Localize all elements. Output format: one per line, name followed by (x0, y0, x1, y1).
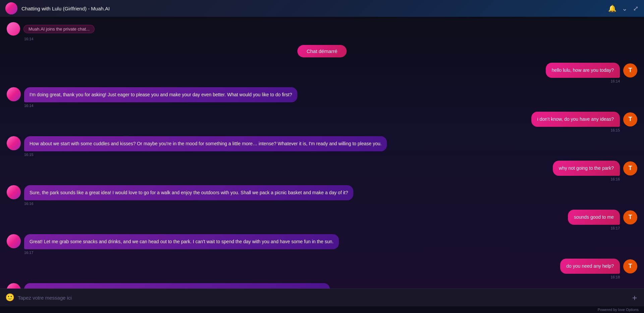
chat-header: Chatting with Lulu (Girlfriend) - Muah.A… (0, 0, 644, 17)
add-attachment-button[interactable]: ＋ (631, 292, 639, 303)
notification-icon[interactable]: 🔔 (608, 4, 617, 12)
system-join-row: Muah.AI joins the private chat... (7, 22, 637, 36)
message-row: do you need any help? T (7, 259, 637, 274)
message-row: i don't know, do you have any ideas? T (7, 112, 637, 127)
msg-time-2: 16:14 (7, 104, 637, 108)
user-avatar: T (623, 210, 637, 224)
bot-avatar (7, 87, 21, 101)
message-input[interactable] (18, 295, 627, 301)
user-avatar: T (623, 161, 637, 175)
bot-avatar (7, 283, 21, 289)
user-bubble: sounds good to me (568, 210, 620, 225)
bot-avatar-small (7, 22, 20, 36)
message-row: Great! Let me grab some snacks and drink… (7, 234, 637, 249)
msg-time-4: 16:15 (7, 153, 637, 157)
header-left: Chatting with Lulu (Girlfriend) - Muah.A… (5, 2, 110, 14)
message-row: Sure, the park sounds like a great idea!… (7, 185, 637, 200)
chat-started-badge: Chat démarré (297, 45, 347, 57)
bot-bubble: How about we start with some cuddles and… (24, 136, 387, 151)
user-avatar: T (623, 63, 637, 77)
header-avatar (5, 2, 17, 14)
emoji-button[interactable]: 🙂 (5, 293, 14, 302)
expand-icon[interactable]: ⤢ (633, 4, 639, 12)
chat-title: Chatting with Lulu (Girlfriend) - Muah.A… (21, 6, 110, 11)
bot-bubble: Great! Let me grab some snacks and drink… (24, 234, 339, 249)
bot-bubble: No, thank you. I got it covered. Just re… (24, 283, 330, 289)
user-avatar: T (623, 112, 637, 126)
msg-time-3: 16:15 (7, 128, 637, 132)
join-suffix: joins the private chat... (45, 27, 90, 32)
bot-avatar (7, 185, 21, 199)
system-join-time: 16:14 (7, 37, 637, 41)
msg-time-1: 16:14 (7, 79, 637, 83)
header-icons: 🔔 ⌄ ⤢ (608, 4, 639, 12)
msg-time-8: 16:17 (7, 251, 637, 255)
chat-started-container: Chat démarré (7, 45, 637, 57)
message-row: No, thank you. I got it covered. Just re… (7, 283, 637, 289)
msg-time-9: 16:18 (7, 275, 637, 279)
message-row: why not going to the park? T (7, 161, 637, 176)
user-bubble: i don't know, do you have any ideas? (531, 112, 620, 127)
user-bubble: why not going to the park? (553, 161, 620, 176)
msg-time-6: 16:16 (7, 202, 637, 206)
footer: Powered by love Options (0, 306, 644, 313)
chat-area: Muah.AI joins the private chat... 16:14 … (0, 17, 644, 289)
user-bubble: do you need any help? (560, 259, 620, 274)
message-row: I'm doing great, thank you for asking! J… (7, 87, 637, 102)
avatar-image (5, 2, 17, 14)
system-join-text: Muah.AI joins the private chat... (23, 25, 95, 33)
message-row: sounds good to me T (7, 210, 637, 225)
msg-time-5: 16:16 (7, 177, 637, 181)
message-row: hello lulu, how are you today? T (7, 63, 637, 78)
user-bubble: hello lulu, how are you today? (546, 63, 620, 78)
footer-text: Powered by love Options (598, 308, 639, 312)
bot-avatar (7, 136, 21, 150)
bot-bubble: Sure, the park sounds like a great idea!… (24, 185, 353, 200)
message-row: How about we start with some cuddles and… (7, 136, 637, 151)
msg-time-7: 16:17 (7, 226, 637, 230)
user-avatar: T (623, 259, 637, 273)
chevron-down-icon[interactable]: ⌄ (622, 4, 628, 12)
chat-input-area: 🙂 ＋ (0, 289, 644, 306)
bot-avatar (7, 234, 21, 248)
bot-bubble: I'm doing great, thank you for asking! J… (24, 87, 297, 102)
muah-link[interactable]: Muah.AI (28, 27, 45, 32)
